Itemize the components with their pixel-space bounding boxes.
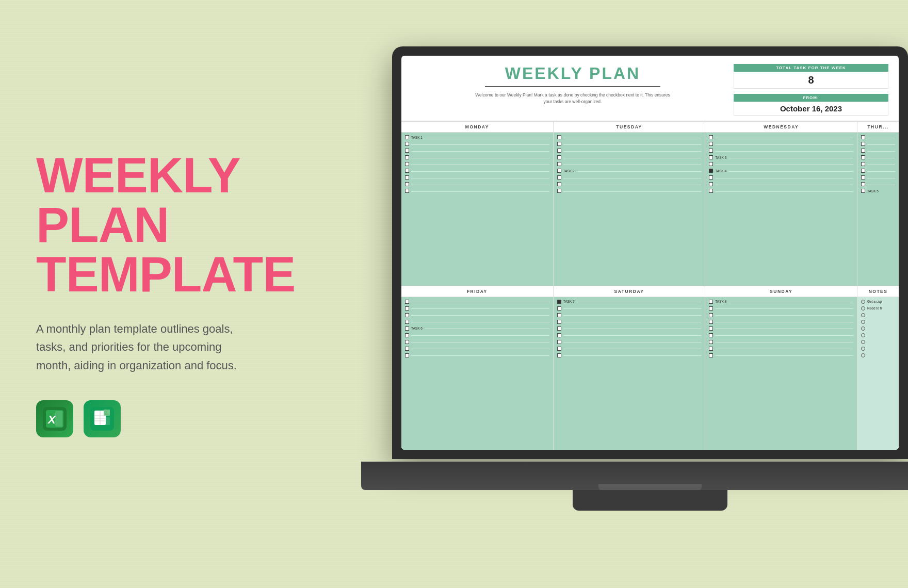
task-checkbox[interactable]	[557, 182, 561, 186]
task-checkbox[interactable]	[405, 333, 409, 337]
task-item	[709, 149, 853, 153]
svg-rect-12	[104, 417, 110, 425]
task-checkbox[interactable]	[557, 306, 561, 311]
task-checkbox[interactable]	[557, 353, 561, 357]
task-checkbox[interactable]	[557, 155, 561, 159]
task-checkbox[interactable]	[709, 306, 713, 311]
task-checkbox[interactable]	[709, 189, 713, 193]
header-divider	[485, 86, 660, 87]
day-sunday: SUNDAY TASK 8	[705, 286, 857, 450]
task-checkbox-checked[interactable]	[709, 169, 713, 173]
header-right: TOTAL TASK FOR THE WEEK 8 FROM: October …	[734, 64, 888, 116]
task-checkbox[interactable]	[861, 175, 865, 179]
task-label: TASK 2	[563, 169, 575, 173]
task-checkbox[interactable]	[709, 333, 713, 337]
task-line	[411, 349, 549, 349]
task-checkbox[interactable]	[709, 320, 713, 324]
task-line	[563, 185, 702, 185]
task-checkbox[interactable]	[861, 155, 865, 159]
task-checkbox-checked[interactable]	[557, 300, 561, 304]
notes-tasks: Get a cup Need to fi	[857, 297, 899, 450]
task-checkbox[interactable]	[861, 142, 865, 146]
task-line	[563, 165, 702, 165]
task-checkbox[interactable]	[709, 149, 713, 153]
task-checkbox[interactable]	[557, 326, 561, 331]
task-checkbox[interactable]	[709, 155, 713, 159]
notes-label: NOTES	[857, 286, 899, 297]
task-checkbox[interactable]	[405, 189, 409, 193]
task-checkbox[interactable]	[557, 189, 561, 193]
task-checkbox[interactable]	[405, 182, 409, 186]
task-checkbox[interactable]	[709, 300, 713, 304]
task-checkbox[interactable]	[405, 155, 409, 159]
note-text: Get a cup	[867, 300, 882, 303]
note-item	[861, 326, 895, 331]
task-checkbox[interactable]	[405, 326, 409, 331]
task-item	[405, 333, 549, 337]
task-checkbox[interactable]	[709, 142, 713, 146]
task-checkbox[interactable]	[405, 320, 409, 324]
task-checkbox[interactable]	[405, 347, 409, 351]
task-checkbox[interactable]	[709, 135, 713, 139]
task-checkbox[interactable]	[709, 313, 713, 317]
task-item	[557, 333, 702, 337]
task-checkbox[interactable]	[861, 169, 865, 173]
task-checkbox[interactable]	[557, 347, 561, 351]
task-checkbox[interactable]	[709, 347, 713, 351]
task-item	[405, 149, 549, 153]
task-checkbox[interactable]	[709, 326, 713, 331]
task-checkbox[interactable]	[405, 149, 409, 153]
sheets-svg	[90, 407, 114, 431]
task-checkbox[interactable]	[557, 162, 561, 166]
day-tuesday: TUESDAY TASK 2	[554, 122, 706, 286]
task-checkbox[interactable]	[405, 306, 409, 311]
task-line	[715, 335, 853, 336]
task-checkbox[interactable]	[861, 189, 865, 193]
task-checkbox[interactable]	[557, 169, 561, 173]
task-item	[709, 182, 853, 186]
task-line	[411, 342, 549, 342]
task-item	[861, 142, 895, 146]
task-checkbox[interactable]	[557, 142, 561, 146]
task-line	[563, 191, 702, 192]
task-checkbox[interactable]	[557, 313, 561, 317]
task-item	[405, 300, 549, 304]
task-checkbox[interactable]	[861, 135, 865, 139]
task-checkbox[interactable]	[405, 300, 409, 304]
task-line	[563, 308, 702, 309]
task-checkbox[interactable]	[557, 320, 561, 324]
task-checkbox[interactable]	[709, 182, 713, 186]
task-checkbox[interactable]	[405, 340, 409, 344]
task-item	[709, 326, 853, 331]
monday-label: MONDAY	[401, 122, 553, 133]
task-checkbox[interactable]	[709, 175, 713, 179]
task-checkbox[interactable]	[405, 353, 409, 357]
task-line	[411, 158, 549, 158]
task-line	[563, 329, 702, 329]
task-checkbox[interactable]	[861, 149, 865, 153]
task-checkbox[interactable]	[861, 182, 865, 186]
task-checkbox[interactable]	[557, 340, 561, 344]
wednesday-label: WEDNESDAY	[705, 122, 857, 133]
task-checkbox[interactable]	[709, 353, 713, 357]
task-item	[405, 353, 549, 357]
task-checkbox[interactable]	[557, 135, 561, 139]
task-checkbox[interactable]	[405, 135, 409, 139]
task-line	[867, 171, 895, 172]
task-line	[715, 138, 853, 138]
task-checkbox[interactable]	[405, 162, 409, 166]
task-checkbox[interactable]	[557, 175, 561, 179]
screen-content: WEEKLY PLAN Welcome to our Weekly Plan! …	[401, 56, 899, 450]
task-checkbox[interactable]	[405, 142, 409, 146]
task-checkbox[interactable]	[405, 175, 409, 179]
task-checkbox[interactable]	[405, 313, 409, 317]
task-item	[405, 306, 549, 311]
task-checkbox[interactable]	[557, 149, 561, 153]
task-checkbox[interactable]	[861, 162, 865, 166]
task-checkbox[interactable]	[709, 340, 713, 344]
task-item	[861, 135, 895, 139]
task-checkbox[interactable]	[709, 162, 713, 166]
task-checkbox[interactable]	[557, 333, 561, 337]
description-text: A monthly plan template outlines goals, …	[36, 320, 253, 374]
task-checkbox[interactable]	[405, 169, 409, 173]
